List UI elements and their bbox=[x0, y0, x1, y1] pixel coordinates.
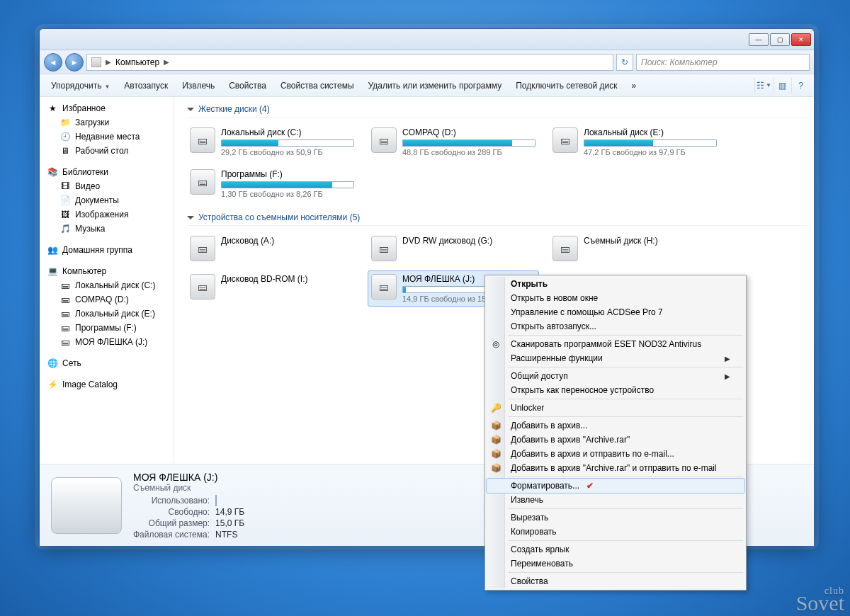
drive-item[interactable]: 🖴Дисковод BD-ROM (I:) bbox=[187, 271, 357, 306]
menu-item[interactable]: ◎Сканировать программой ESET NOD32 Antiv… bbox=[487, 337, 744, 351]
toolbar-properties[interactable]: Свойства bbox=[222, 76, 273, 95]
menu-item[interactable]: Вырезать bbox=[487, 511, 744, 525]
drive-icon: 🖴 bbox=[60, 336, 71, 348]
toolbar-organize[interactable]: Упорядочить▼ bbox=[44, 76, 117, 95]
menu-item[interactable]: 📦Добавить в архив... bbox=[487, 418, 744, 433]
drive-icon: 🖴 bbox=[552, 236, 578, 261]
sidebar-network[interactable]: 🌐Сеть bbox=[47, 356, 171, 370]
menu-item[interactable]: Открыть как переносное устройство bbox=[487, 383, 744, 397]
menu-item[interactable]: Форматировать...✔ bbox=[487, 479, 744, 493]
sidebar-drive-j[interactable]: 🖴МОЯ ФЛЕШКА (J:) bbox=[47, 335, 171, 349]
sidebar-pictures[interactable]: 🖼Изображения bbox=[47, 207, 171, 222]
sidebar-drive-f[interactable]: 🖴Программы (F:) bbox=[47, 321, 171, 335]
menu-separator bbox=[508, 477, 743, 477]
sidebar-music[interactable]: 🎵Музыка bbox=[47, 222, 171, 236]
drive-item[interactable]: 🖴 Локальный диск (C:) 29,2 ГБ свободно и… bbox=[187, 125, 357, 159]
section-removable-header[interactable]: Устройства со съемными носителями (5) bbox=[187, 212, 808, 226]
sidebar-drive-d[interactable]: 🖴COMPAQ (D:) bbox=[47, 292, 171, 307]
preview-pane-icon[interactable]: ▥ bbox=[773, 78, 791, 93]
nav-back-button[interactable]: ◄ bbox=[44, 53, 62, 72]
hdd-grid: 🖴 Локальный диск (C:) 29,2 ГБ свободно и… bbox=[187, 125, 808, 201]
menu-item[interactable]: Свойства bbox=[487, 574, 744, 588]
sidebar-homegroup[interactable]: 👥Домашняя группа bbox=[47, 243, 171, 257]
menu-item[interactable]: 🔑Unlocker bbox=[487, 401, 744, 415]
sidebar-downloads[interactable]: 📁Загрузки bbox=[47, 115, 171, 130]
menu-separator bbox=[508, 399, 743, 399]
sidebar-favorites[interactable]: ★Избранное bbox=[47, 101, 171, 115]
desktop-icon: 🖥 bbox=[60, 145, 71, 156]
menu-item[interactable]: Открыть bbox=[487, 277, 744, 291]
menu-item[interactable]: Открыть автозапуск... bbox=[487, 319, 744, 333]
menu-item[interactable]: 📦Добавить в архив "Archive.rar" bbox=[487, 433, 744, 447]
nav-forward-button[interactable]: ► bbox=[65, 53, 84, 72]
sidebar-videos[interactable]: 🎞Видео bbox=[47, 179, 171, 193]
drive-icon: 🖴 bbox=[190, 127, 215, 153]
drive-title: DVD RW дисковод (G:) bbox=[402, 236, 536, 246]
minimize-button[interactable]: — bbox=[749, 33, 769, 46]
menu-item[interactable]: Извлечь bbox=[487, 493, 744, 507]
drive-item[interactable]: 🖴Съемный диск (H:) bbox=[550, 233, 720, 264]
menu-item[interactable]: Расширенные функции▶ bbox=[487, 351, 744, 365]
folder-icon: 📁 bbox=[60, 117, 71, 128]
drive-item[interactable]: 🖴 Программы (F:) 1,30 ГБ свободно из 8,2… bbox=[187, 166, 357, 201]
sidebar-libraries[interactable]: 📚Библиотеки bbox=[47, 165, 171, 179]
picture-icon: 🖼 bbox=[60, 209, 71, 220]
menu-separator bbox=[508, 416, 743, 417]
section-hdd-header[interactable]: Жесткие диски (4) bbox=[187, 104, 808, 118]
sidebar-documents[interactable]: 📄Документы bbox=[47, 193, 171, 207]
drive-subtitle: 1,30 ГБ свободно из 8,26 ГБ bbox=[221, 190, 354, 198]
computer-icon: 💻 bbox=[47, 266, 58, 277]
drive-title: Съемный диск (H:) bbox=[584, 236, 717, 246]
video-icon: 🎞 bbox=[60, 181, 71, 192]
catalog-icon: ⚡ bbox=[47, 379, 58, 390]
menu-icon: 🔑 bbox=[490, 402, 502, 413]
menu-item-label: Добавить в архив "Archive.rar" и отправи… bbox=[511, 463, 717, 473]
sidebar-drive-e[interactable]: 🖴Локальный диск (E:) bbox=[47, 307, 171, 321]
drive-title: Программы (F:) bbox=[221, 169, 354, 179]
sidebar-drive-c[interactable]: 🖴Локальный диск (C:) bbox=[47, 278, 171, 292]
menu-item[interactable]: Переименовать bbox=[487, 557, 744, 571]
chevron-right-icon: ▶ bbox=[164, 58, 169, 66]
menu-item[interactable]: Копировать bbox=[487, 525, 744, 539]
drive-title: Локальный диск (C:) bbox=[221, 127, 354, 137]
drive-item[interactable]: 🖴 COMPAQ (D:) 48,8 ГБ свободно из 289 ГБ bbox=[368, 125, 538, 159]
drive-item[interactable]: 🖴Дисковод (A:) bbox=[187, 233, 357, 264]
menu-item-label: Общий доступ bbox=[511, 371, 568, 381]
chevron-down-icon: ▼ bbox=[104, 84, 110, 90]
menu-item[interactable]: Создать ярлык bbox=[487, 542, 744, 557]
menu-item[interactable]: Открыть в новом окне bbox=[487, 291, 744, 305]
drive-item[interactable]: 🖴DVD RW дисковод (G:) bbox=[368, 233, 538, 264]
refresh-button[interactable]: ↻ bbox=[616, 54, 633, 71]
address-row: ◄ ► ▶ Компьютер ▶ ↻ Поиск: Компьютер bbox=[40, 50, 814, 74]
sidebar-image-catalog[interactable]: ⚡Image Catalog bbox=[47, 377, 171, 392]
menu-item-label: Добавить в архив и отправить по e-mail..… bbox=[511, 449, 674, 459]
network-icon: 🌐 bbox=[47, 358, 58, 369]
help-icon[interactable]: ? bbox=[791, 78, 810, 93]
menu-item[interactable]: Общий доступ▶ bbox=[487, 369, 744, 383]
close-button[interactable]: ✕ bbox=[791, 33, 811, 46]
toolbar-eject[interactable]: Извлечь bbox=[175, 76, 222, 95]
sidebar-recent[interactable]: 🕘Недавние места bbox=[47, 130, 171, 144]
menu-item[interactable]: 📦Добавить в архив "Archive.rar" и отправ… bbox=[487, 461, 744, 475]
toolbar-map-drive[interactable]: Подключить сетевой диск bbox=[509, 76, 624, 95]
toolbar-system-properties[interactable]: Свойства системы bbox=[273, 76, 361, 95]
address-bar[interactable]: ▶ Компьютер ▶ bbox=[86, 54, 613, 71]
titlebar: — ▢ ✕ bbox=[40, 29, 814, 50]
details-value-free: 14,9 ГБ bbox=[215, 507, 244, 517]
maximize-button[interactable]: ▢ bbox=[770, 33, 790, 46]
view-options-icon[interactable]: ☷▼ bbox=[754, 78, 773, 93]
toolbar-autoplay[interactable]: Автозапуск bbox=[117, 76, 175, 95]
menu-item[interactable]: 📦Добавить в архив и отправить по e-mail.… bbox=[487, 447, 744, 461]
details-title: МОЯ ФЛЕШКА (J:) bbox=[133, 472, 244, 483]
sidebar-desktop[interactable]: 🖥Рабочий стол bbox=[47, 144, 171, 158]
menu-item[interactable]: Управление с помощью ACDSee Pro 7 bbox=[487, 305, 744, 319]
red-check-icon: ✔ bbox=[586, 481, 594, 491]
drive-bar bbox=[221, 139, 354, 147]
menu-separator bbox=[508, 540, 743, 541]
toolbar-overflow[interactable]: » bbox=[625, 76, 644, 95]
drive-item[interactable]: 🖴 Локальный диск (E:) 47,2 ГБ свободно и… bbox=[550, 125, 720, 159]
sidebar-computer[interactable]: 💻Компьютер bbox=[47, 264, 171, 278]
breadcrumb-computer[interactable]: Компьютер bbox=[115, 57, 159, 67]
toolbar-uninstall[interactable]: Удалить или изменить программу bbox=[361, 76, 509, 95]
search-input[interactable]: Поиск: Компьютер bbox=[636, 54, 810, 71]
